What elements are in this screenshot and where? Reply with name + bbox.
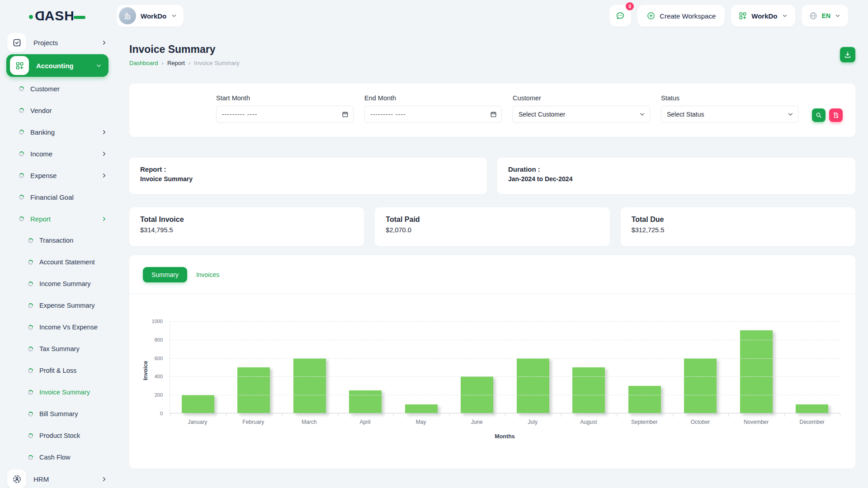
sidebar-item-vendor[interactable]: Vendor bbox=[0, 99, 117, 121]
sidebar-item-label: Invoice Summary bbox=[39, 389, 90, 396]
bullet-icon bbox=[28, 368, 33, 373]
breadcrumb-dashboard[interactable]: Dashboard bbox=[129, 60, 158, 66]
breadcrumb-report[interactable]: Report bbox=[167, 60, 185, 66]
sidebar-item-expense-summary[interactable]: Expense Summary bbox=[0, 295, 117, 316]
dash-logo: DASH bbox=[29, 8, 85, 23]
apply-filter-button[interactable] bbox=[812, 108, 826, 122]
sidebar-item-bill-summary[interactable]: Bill Summary bbox=[0, 403, 117, 425]
bullet-icon bbox=[28, 282, 33, 286]
sidebar-item-income-summary[interactable]: Income Summary bbox=[0, 273, 117, 295]
download-button[interactable] bbox=[840, 47, 855, 62]
breadcrumb-invoice-summary: Invoice Summary bbox=[194, 60, 239, 66]
hrm-icon bbox=[12, 474, 22, 484]
bar-december bbox=[796, 404, 828, 413]
status-label: Status bbox=[661, 94, 798, 102]
bullet-icon bbox=[19, 216, 24, 221]
sidebar-item-label: Report bbox=[30, 215, 51, 223]
sidebar-item-profit-loss[interactable]: Profit & Loss bbox=[0, 360, 117, 381]
search-icon bbox=[815, 112, 822, 119]
end-month-field: End Month bbox=[364, 94, 502, 137]
bar-march bbox=[293, 358, 326, 413]
tab-bar: SummaryInvoices bbox=[129, 267, 855, 282]
total-label: Total Due bbox=[632, 216, 844, 224]
sidebar-item-income-vs-expense[interactable]: Income Vs Expense bbox=[0, 316, 117, 338]
page-title: Invoice Summary bbox=[129, 43, 240, 56]
chevron-right-icon bbox=[101, 172, 108, 179]
bullet-icon bbox=[19, 151, 24, 156]
sidebar-item-customer[interactable]: Customer bbox=[0, 78, 117, 99]
sidebar-item-label: HRM bbox=[33, 475, 49, 483]
total-value: $312,725.5 bbox=[632, 226, 844, 234]
x-tick-label: December bbox=[784, 419, 840, 425]
bullet-icon bbox=[28, 260, 33, 265]
filter-panel: Start Month End Month Customer Select Cu… bbox=[129, 84, 855, 137]
tab-invoices[interactable]: Invoices bbox=[196, 271, 219, 278]
x-tick-label: October bbox=[672, 419, 728, 425]
bullet-icon bbox=[28, 347, 33, 352]
bar-september bbox=[628, 386, 661, 413]
chevron-right-icon bbox=[101, 172, 108, 179]
tab-summary[interactable]: Summary bbox=[143, 267, 187, 282]
bullet-icon bbox=[28, 303, 33, 308]
bar-october bbox=[684, 358, 717, 413]
x-tick-label: April bbox=[337, 419, 393, 425]
chat-icon bbox=[615, 11, 625, 21]
bullet-icon bbox=[28, 433, 33, 438]
building-icon bbox=[123, 11, 132, 20]
report-value: Invoice Summary bbox=[140, 175, 476, 183]
sidebar-item-label: Profit & Loss bbox=[39, 367, 76, 374]
end-month-input[interactable] bbox=[364, 106, 502, 123]
sidebar-item-account-statement[interactable]: Account Statement bbox=[0, 251, 117, 273]
language-selector[interactable]: EN bbox=[802, 5, 848, 27]
status-select[interactable]: Select Status bbox=[661, 106, 798, 123]
sidebar-item-cash-flow[interactable]: Cash Flow bbox=[0, 446, 117, 468]
total-card-total-due: Total Due$312,725.5 bbox=[621, 207, 855, 246]
sidebar-item-banking[interactable]: Banking bbox=[0, 121, 117, 143]
sidebar-item-label: Expense bbox=[30, 172, 57, 179]
create-workspace-button[interactable]: Create Workspace bbox=[637, 5, 725, 27]
sidebar-item-financial-goal[interactable]: Financial Goal bbox=[0, 186, 117, 208]
sidebar-item-expense[interactable]: Expense bbox=[0, 164, 117, 186]
messages-button[interactable]: 0 bbox=[609, 5, 631, 27]
sidebar-item-label: Projects bbox=[33, 39, 58, 47]
report-label: Report : bbox=[140, 165, 476, 173]
header-actions: 0 Create Workspace WorkDo EN bbox=[609, 5, 868, 27]
y-tick-label: 1000 bbox=[129, 319, 163, 324]
sidebar-item-tax-summary[interactable]: Tax Summary bbox=[0, 338, 117, 360]
start-month-input[interactable] bbox=[216, 106, 354, 123]
bullet-icon bbox=[28, 238, 33, 243]
sidebar-item-label: Income Summary bbox=[39, 280, 91, 287]
app-menu-button[interactable]: WorkDo bbox=[731, 5, 795, 27]
start-month-field: Start Month bbox=[216, 94, 354, 137]
projects-icon bbox=[12, 38, 22, 47]
workspace-name: WorkDo bbox=[141, 12, 166, 20]
duration-value: Jan-2024 to Dec-2024 bbox=[508, 175, 844, 183]
sidebar-item-hrm[interactable]: HRM bbox=[0, 468, 117, 488]
logo-text: DASH bbox=[34, 8, 75, 23]
start-month-label: Start Month bbox=[216, 94, 354, 102]
sidebar-item-projects[interactable]: Projects bbox=[0, 32, 117, 53]
app-logo[interactable]: DASH bbox=[0, 8, 117, 23]
sidebar-item-accounting[interactable]: Accounting bbox=[6, 54, 108, 77]
sidebar-item-product-stock[interactable]: Product Stock bbox=[0, 425, 117, 446]
x-tick-label: January bbox=[170, 419, 226, 425]
x-tick-label: September bbox=[617, 419, 673, 425]
sidebar-item-report[interactable]: Report bbox=[0, 208, 117, 230]
y-tick-label: 800 bbox=[129, 337, 163, 343]
globe-icon bbox=[809, 11, 818, 20]
plus-circle-icon bbox=[646, 11, 656, 20]
end-month-label: End Month bbox=[364, 94, 502, 102]
sidebar-item-invoice-summary[interactable]: Invoice Summary bbox=[0, 381, 117, 403]
accounting-icon bbox=[15, 61, 24, 70]
sidebar-item-label: Income Vs Expense bbox=[39, 324, 98, 331]
total-card-total-paid: Total Paid$2,070.0 bbox=[375, 207, 609, 246]
customer-select[interactable]: Select Customer bbox=[513, 106, 650, 123]
total-label: Total Paid bbox=[386, 216, 599, 224]
sidebar-item-transaction[interactable]: Transaction bbox=[0, 230, 117, 251]
bar-february bbox=[237, 367, 270, 413]
sidebar-item-label: Accounting bbox=[36, 62, 74, 70]
sidebar-item-income[interactable]: Income bbox=[0, 143, 117, 164]
chevron-down-icon bbox=[95, 62, 102, 69]
reset-filter-button[interactable] bbox=[829, 108, 843, 122]
workspace-switcher[interactable]: WorkDo bbox=[117, 5, 184, 27]
